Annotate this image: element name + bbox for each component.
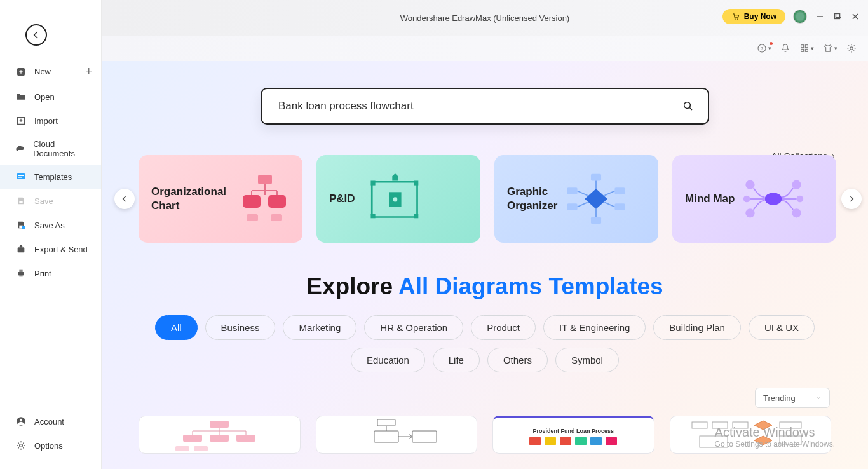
minimize-button[interactable] [815, 11, 825, 22]
carousel-prev-button[interactable] [114, 189, 135, 209]
svg-rect-49 [615, 203, 625, 210]
sidebar-item-options[interactable]: Options [0, 433, 101, 458]
explore-prefix: Explore [306, 273, 398, 299]
svg-rect-84 [780, 436, 801, 445]
sidebar-item-label: Print [34, 269, 51, 278]
svg-rect-48 [615, 187, 625, 194]
titlebar: Wondershare EdrawMax (Unlicensed Version… [102, 0, 868, 36]
carousel-card-mind-map[interactable]: Mind Map [672, 155, 836, 243]
sidebar-item-new[interactable]: New+ [0, 58, 101, 85]
svg-rect-1 [17, 173, 25, 179]
template-card[interactable] [316, 416, 478, 454]
apps-button[interactable]: ▾ [799, 43, 814, 53]
sidebar-item-import[interactable]: Import [0, 109, 101, 133]
sidebar-item-label: Open [34, 92, 55, 102]
plus-box-icon [15, 66, 27, 78]
sidebar-item-save-as[interactable]: Save As [0, 213, 101, 237]
folder-icon [15, 91, 27, 102]
search-input[interactable] [262, 100, 668, 112]
sidebar-item-label: Export & Send [34, 245, 88, 254]
sidebar-item-open[interactable]: Open [0, 85, 101, 109]
search-button[interactable] [668, 100, 708, 112]
sidebar-item-label: Save As [34, 221, 65, 230]
svg-rect-85 [700, 436, 728, 447]
template-card[interactable]: Provident Fund Loan Process [492, 416, 654, 454]
svg-point-59 [743, 196, 750, 203]
svg-rect-41 [414, 214, 418, 218]
svg-rect-39 [414, 180, 418, 185]
filter-pill-hr-operation[interactable]: HR & Operation [364, 315, 463, 340]
svg-rect-4 [19, 201, 22, 203]
sort-select[interactable]: Trending [755, 388, 830, 408]
filter-pill-education[interactable]: Education [351, 348, 425, 372]
svg-rect-24 [805, 49, 808, 51]
filter-pill-business[interactable]: Business [205, 315, 276, 340]
save-as-icon [15, 219, 27, 231]
carousel-card-graphic-organizer[interactable]: GraphicOrganizer [494, 155, 658, 243]
filter-pill-it-engineering[interactable]: IT & Engineering [543, 315, 646, 340]
svg-rect-30 [268, 195, 286, 208]
sidebar-item-cloud-documents[interactable]: Cloud Documents [0, 133, 101, 165]
filter-pill-ui-ux[interactable]: UI & UX [749, 315, 815, 340]
template-card[interactable] [139, 416, 301, 454]
main: Wondershare EdrawMax (Unlicensed Version… [102, 0, 868, 469]
svg-marker-83 [754, 436, 772, 445]
account-icon [15, 416, 27, 427]
carousel-next-button[interactable] [841, 189, 862, 209]
maximize-button[interactable] [832, 11, 843, 22]
notifications-button[interactable] [780, 43, 790, 53]
svg-rect-47 [567, 203, 578, 210]
svg-point-60 [797, 196, 804, 203]
search-box [261, 88, 709, 125]
sidebar: New+OpenImportCloud DocumentsTemplatesSa… [0, 0, 102, 469]
filter-pill-life[interactable]: Life [433, 348, 480, 372]
template-results: Provident Fund Loan Process [102, 408, 868, 454]
carousel-card-p-id[interactable]: P&ID [316, 155, 480, 243]
gear-icon [15, 440, 27, 451]
filter-pill-building-plan[interactable]: Building Plan [653, 315, 741, 340]
svg-point-13 [20, 444, 23, 447]
save-icon [15, 195, 27, 207]
chevron-down-icon [815, 395, 822, 401]
svg-rect-2 [18, 175, 24, 176]
avatar[interactable] [793, 10, 807, 24]
back-button[interactable] [25, 24, 47, 46]
explore-heading: Explore All Diagrams Templates [102, 273, 868, 300]
sidebar-item-label: Options [34, 441, 63, 451]
carousel-card-organizational-chart[interactable]: OrganizationalChart [139, 155, 302, 243]
carousel-card-label: OrganizationalChart [151, 185, 226, 213]
sidebar-item-account[interactable]: Account [0, 409, 101, 433]
filter-pill-marketing[interactable]: Marketing [283, 315, 356, 340]
svg-rect-64 [183, 435, 202, 442]
template-card[interactable] [670, 416, 832, 454]
process-thumbnail-icon [687, 418, 814, 451]
help-button[interactable]: ? ▾ [757, 43, 771, 53]
settings-button[interactable] [846, 43, 857, 53]
theme-button[interactable]: ▾ [823, 43, 837, 53]
svg-rect-44 [591, 174, 601, 181]
close-button[interactable] [850, 11, 860, 22]
svg-point-25 [850, 47, 853, 50]
sidebar-item-export-send[interactable]: Export & Send [0, 237, 101, 261]
svg-point-57 [746, 180, 755, 189]
filter-pill-product[interactable]: Product [471, 315, 536, 340]
sidebar-item-save: Save [0, 189, 101, 213]
filter-pill-others[interactable]: Others [487, 348, 548, 372]
svg-rect-67 [175, 446, 189, 451]
gear-icon [846, 43, 857, 53]
sidebar-item-print[interactable]: Print [0, 261, 101, 285]
svg-rect-40 [370, 214, 375, 218]
svg-point-56 [765, 193, 782, 205]
svg-rect-23 [801, 49, 804, 51]
filter-pill-symbol[interactable]: Symbol [555, 348, 619, 372]
svg-rect-75 [412, 431, 437, 442]
svg-rect-9 [19, 270, 22, 272]
svg-rect-38 [370, 180, 375, 185]
sidebar-item-templates[interactable]: Templates [0, 165, 101, 189]
svg-rect-79 [712, 422, 728, 428]
pink-art-icon [234, 168, 295, 230]
purple-art-icon [742, 168, 804, 230]
filter-pill-all[interactable]: All [155, 315, 198, 340]
buy-now-button[interactable]: Buy Now [722, 9, 785, 24]
svg-rect-73 [377, 419, 395, 426]
